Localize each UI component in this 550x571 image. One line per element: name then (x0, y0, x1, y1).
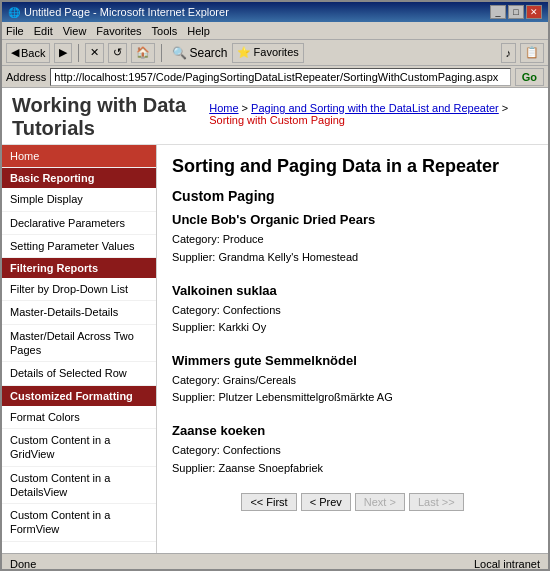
last-page-button[interactable]: Last >> (409, 493, 464, 511)
product-supplier-2: Supplier: Plutzer Lebensmittelgroßmärkte… (172, 389, 533, 407)
address-label: Address (6, 71, 46, 83)
history-button[interactable]: 📋 (520, 43, 544, 63)
sidebar-item-custom-content-gridview[interactable]: Custom Content in a GridView (2, 429, 156, 467)
maximize-button[interactable]: □ (508, 5, 524, 19)
product-name-1: Valkoinen suklaa (172, 283, 533, 298)
minimize-button[interactable]: _ (490, 5, 506, 19)
status-bar: Done Local intranet (2, 553, 548, 571)
address-bar: Address Go (2, 66, 548, 88)
product-supplier-3: Supplier: Zaanse Snoepfabriek (172, 460, 533, 478)
window-title: Untitled Page - Microsoft Internet Explo… (24, 6, 229, 18)
content-area: Home Basic Reporting Simple Display Decl… (2, 145, 548, 553)
status-text: Done (10, 558, 36, 570)
title-bar: 🌐 Untitled Page - Microsoft Internet Exp… (2, 2, 548, 22)
product-block-3: Zaanse koeken Category: Confections Supp… (172, 423, 533, 477)
product-block-1: Valkoinen suklaa Category: Confections S… (172, 283, 533, 337)
product-supplier-1: Supplier: Karkki Oy (172, 319, 533, 337)
sidebar-item-details-selected-row[interactable]: Details of Selected Row (2, 362, 156, 385)
menu-file[interactable]: File (6, 25, 24, 37)
breadcrumb-home[interactable]: Home (209, 102, 238, 114)
menu-help[interactable]: Help (187, 25, 210, 37)
toolbar-separator-2 (161, 44, 162, 62)
ie-icon: 🌐 (8, 7, 20, 18)
product-category-3: Category: Confections (172, 442, 533, 460)
sidebar-section-filtering-reports: Filtering Reports (2, 258, 156, 278)
window-controls[interactable]: _ □ ✕ (490, 5, 542, 19)
menu-view[interactable]: View (63, 25, 87, 37)
page-area: Working with Data Tutorials Home > Pagin… (2, 88, 548, 553)
prev-page-button[interactable]: < Prev (301, 493, 351, 511)
search-group: 🔍 Search (172, 46, 227, 60)
page-title: Sorting and Paging Data in a Repeater (172, 155, 533, 178)
sidebar-item-custom-content-detailsview[interactable]: Custom Content in a DetailsView (2, 467, 156, 505)
address-input[interactable] (50, 68, 510, 86)
menu-favorites[interactable]: Favorites (96, 25, 141, 37)
menu-bar: File Edit View Favorites Tools Help (2, 22, 548, 40)
favorites-button[interactable]: ⭐ Favorites (232, 43, 304, 63)
media-button[interactable]: ♪ (501, 43, 517, 63)
go-button[interactable]: Go (515, 68, 544, 86)
product-name-2: Wimmers gute Semmelknödel (172, 353, 533, 368)
breadcrumb-section[interactable]: Paging and Sorting with the DataList and… (251, 102, 499, 114)
sidebar-item-master-detail-two-pages[interactable]: Master/Detail Across Two Pages (2, 325, 156, 363)
product-category-1: Category: Confections (172, 302, 533, 320)
menu-edit[interactable]: Edit (34, 25, 53, 37)
product-name-3: Zaanse koeken (172, 423, 533, 438)
sidebar-item-setting-parameter-values[interactable]: Setting Parameter Values (2, 235, 156, 258)
toolbar: ◀ Back ▶ ✕ ↺ 🏠 🔍 Search ⭐ Favorites ♪ 📋 (2, 40, 548, 66)
sidebar-home[interactable]: Home (2, 145, 156, 168)
page-header: Working with Data Tutorials Home > Pagin… (2, 88, 548, 145)
product-category-2: Category: Grains/Cereals (172, 372, 533, 390)
sidebar-section-customized-formatting: Customized Formatting (2, 386, 156, 406)
stop-button[interactable]: ✕ (85, 43, 104, 63)
refresh-button[interactable]: ↺ (108, 43, 127, 63)
sidebar-item-declarative-parameters[interactable]: Declarative Parameters (2, 212, 156, 235)
sidebar-item-custom-content-formview[interactable]: Custom Content in a FormView (2, 504, 156, 542)
sidebar-item-master-details-details[interactable]: Master-Details-Details (2, 301, 156, 324)
search-label: Search (189, 46, 227, 60)
sidebar: Home Basic Reporting Simple Display Decl… (2, 145, 157, 553)
sidebar-section-basic-reporting: Basic Reporting (2, 168, 156, 188)
breadcrumb-current: Sorting with Custom Paging (209, 114, 345, 126)
breadcrumb-sep2: > (502, 102, 508, 114)
next-page-button[interactable]: Next > (355, 493, 405, 511)
home-button[interactable]: 🏠 (131, 43, 155, 63)
main-content: Sorting and Paging Data in a Repeater Cu… (157, 145, 548, 553)
first-page-button[interactable]: << First (241, 493, 296, 511)
forward-button[interactable]: ▶ (54, 43, 72, 63)
toolbar-separator-1 (78, 44, 79, 62)
breadcrumb-sep1: > (242, 102, 251, 114)
zone-text: Local intranet (474, 558, 540, 570)
toolbar-right: ♪ 📋 (501, 43, 545, 63)
sidebar-item-filter-dropdown[interactable]: Filter by Drop-Down List (2, 278, 156, 301)
sidebar-item-simple-display[interactable]: Simple Display (2, 188, 156, 211)
product-name-0: Uncle Bob's Organic Dried Pears (172, 212, 533, 227)
product-block-0: Uncle Bob's Organic Dried Pears Category… (172, 212, 533, 266)
pagination: << First < Prev Next > Last >> (172, 493, 533, 521)
section-label: Custom Paging (172, 188, 533, 204)
menu-tools[interactable]: Tools (152, 25, 178, 37)
product-supplier-0: Supplier: Grandma Kelly's Homestead (172, 249, 533, 267)
product-block-2: Wimmers gute Semmelknödel Category: Grai… (172, 353, 533, 407)
search-icon: 🔍 (172, 46, 187, 60)
sidebar-item-format-colors[interactable]: Format Colors (2, 406, 156, 429)
breadcrumb: Home > Paging and Sorting with the DataL… (209, 102, 538, 126)
back-button[interactable]: ◀ Back (6, 43, 50, 63)
site-title: Working with Data Tutorials (12, 94, 209, 140)
close-button[interactable]: ✕ (526, 5, 542, 19)
product-category-0: Category: Produce (172, 231, 533, 249)
